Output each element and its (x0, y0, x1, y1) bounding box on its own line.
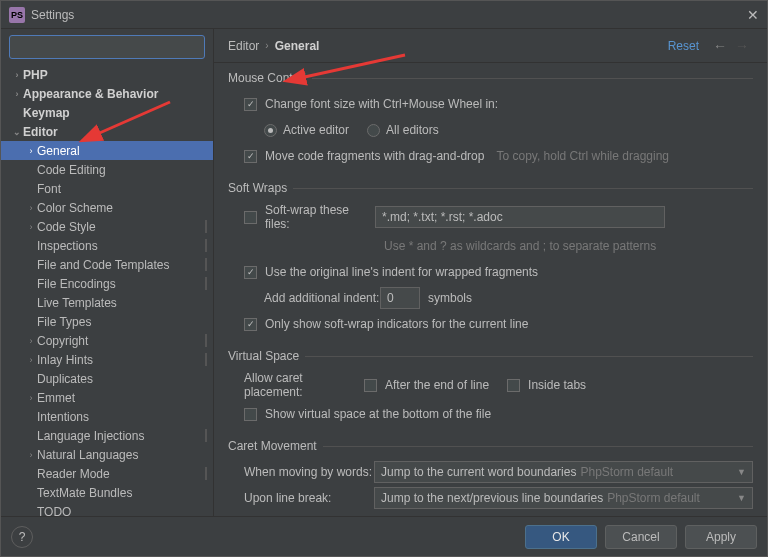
help-button[interactable]: ? (11, 526, 33, 548)
label-line-break: Upon line break: (244, 491, 374, 505)
sidebar-item-label: Inlay Hints (37, 353, 93, 367)
radio-all-editors[interactable] (367, 124, 380, 137)
checkbox-show-virtual-bottom[interactable] (244, 408, 257, 421)
app-icon: PS (9, 7, 25, 23)
sidebar-item-font[interactable]: Font (1, 179, 213, 198)
sidebar-item-duplicates[interactable]: Duplicates (1, 369, 213, 388)
tree-arrow-icon: › (25, 355, 37, 365)
crumb-root[interactable]: Editor (228, 39, 259, 53)
sidebar-item-appearance-behavior[interactable]: ›Appearance & Behavior (1, 84, 213, 103)
sidebar-item-label: Editor (23, 125, 58, 139)
sidebar-item-file-types[interactable]: File Types (1, 312, 213, 331)
search-input[interactable] (9, 35, 205, 59)
sidebar-item-label: TextMate Bundles (37, 486, 132, 500)
sidebar-item-intentions[interactable]: Intentions (1, 407, 213, 426)
sidebar-item-inspections[interactable]: Inspections (1, 236, 213, 255)
sidebar-item-general[interactable]: ›General (1, 141, 213, 160)
tree-arrow-icon: › (25, 393, 37, 403)
sidebar-item-color-scheme[interactable]: ›Color Scheme (1, 198, 213, 217)
tree-arrow-icon: › (25, 450, 37, 460)
sidebar-item-reader-mode[interactable]: Reader Mode (1, 464, 213, 483)
checkbox-after-eol[interactable] (364, 379, 377, 392)
sidebar-item-language-injections[interactable]: Language Injections (1, 426, 213, 445)
chevron-down-icon: ▼ (737, 467, 746, 477)
checkbox-soft-wrap-files[interactable] (244, 211, 257, 224)
checkbox-original-indent[interactable] (244, 266, 257, 279)
label-soft-wrap-files: Soft-wrap these files: (265, 203, 375, 231)
footer: ? OK Cancel Apply (1, 516, 767, 556)
checkbox-inside-tabs[interactable] (507, 379, 520, 392)
sidebar-item-code-editing[interactable]: Code Editing (1, 160, 213, 179)
titlebar: PS Settings ✕ (1, 1, 767, 29)
sidebar-item-editor[interactable]: ⌄Editor (1, 122, 213, 141)
project-scope-indicator (205, 353, 207, 366)
breadcrumb: Editor › General Reset ← → (214, 29, 767, 63)
sidebar-item-file-encodings[interactable]: File Encodings (1, 274, 213, 293)
apply-button[interactable]: Apply (685, 525, 757, 549)
crumb-leaf: General (275, 39, 320, 53)
forward-icon[interactable]: → (735, 38, 749, 54)
label-allow-caret: Allow caret placement: (244, 371, 364, 399)
chevron-right-icon: › (265, 40, 268, 51)
sidebar-item-label: Natural Languages (37, 448, 138, 462)
input-soft-wrap-patterns[interactable] (375, 206, 665, 228)
project-scope-indicator (205, 239, 207, 252)
sidebar-item-label: Duplicates (37, 372, 93, 386)
tree-arrow-icon: › (25, 203, 37, 213)
sidebar-item-live-templates[interactable]: Live Templates (1, 293, 213, 312)
sidebar-item-label: Font (37, 182, 61, 196)
checkbox-only-current-line[interactable] (244, 318, 257, 331)
sidebar-item-todo[interactable]: TODO (1, 502, 213, 516)
hint-wildcards: Use * and ? as wildcards and ; to separa… (384, 239, 656, 253)
sidebar-item-file-and-code-templates[interactable]: File and Code Templates (1, 255, 213, 274)
sidebar-item-label: Inspections (37, 239, 98, 253)
project-scope-indicator (205, 467, 207, 480)
sidebar-item-label: File and Code Templates (37, 258, 170, 272)
label-inside-tabs: Inside tabs (528, 378, 586, 392)
label-active-editor: Active editor (283, 123, 349, 137)
sidebar-item-label: Copyright (37, 334, 88, 348)
tree-arrow-icon: › (25, 336, 37, 346)
radio-active-editor[interactable] (264, 124, 277, 137)
checkbox-change-font-size[interactable] (244, 98, 257, 111)
sidebar-item-label: Color Scheme (37, 201, 113, 215)
tree-arrow-icon: › (25, 222, 37, 232)
ok-button[interactable]: OK (525, 525, 597, 549)
input-add-indent[interactable] (380, 287, 420, 309)
sidebar-item-label: File Types (37, 315, 91, 329)
sidebar-item-label: Keymap (23, 106, 70, 120)
label-only-current-line: Only show soft-wrap indicators for the c… (265, 317, 528, 331)
sidebar-item-keymap[interactable]: Keymap (1, 103, 213, 122)
back-icon[interactable]: ← (713, 38, 727, 54)
checkbox-move-fragments[interactable] (244, 150, 257, 163)
sidebar-item-natural-languages[interactable]: ›Natural Languages (1, 445, 213, 464)
sidebar-item-php[interactable]: ›PHP (1, 65, 213, 84)
label-after-eol: After the end of line (385, 378, 489, 392)
label-original-indent: Use the original line's indent for wrapp… (265, 265, 538, 279)
label-symbols: symbols (428, 291, 472, 305)
window-title: Settings (31, 8, 74, 22)
label-by-words: When moving by words: (244, 465, 374, 479)
tree-arrow-icon: › (11, 89, 23, 99)
reset-link[interactable]: Reset (668, 39, 699, 53)
sidebar-item-code-style[interactable]: ›Code Style (1, 217, 213, 236)
close-icon[interactable]: ✕ (747, 7, 759, 23)
sidebar-item-label: Code Style (37, 220, 96, 234)
sidebar-item-label: Reader Mode (37, 467, 110, 481)
label-add-indent: Add additional indent: (264, 291, 380, 305)
hint-move-fragments: To copy, hold Ctrl while dragging (496, 149, 669, 163)
sidebar-item-label: Live Templates (37, 296, 117, 310)
settings-tree[interactable]: ›PHP›Appearance & BehaviorKeymap⌄Editor›… (1, 65, 213, 516)
combo-line-break[interactable]: Jump to the next/previous line boundarie… (374, 487, 753, 509)
sidebar-item-inlay-hints[interactable]: ›Inlay Hints (1, 350, 213, 369)
sidebar-item-textmate-bundles[interactable]: TextMate Bundles (1, 483, 213, 502)
sidebar-item-label: File Encodings (37, 277, 116, 291)
sidebar-item-label: General (37, 144, 80, 158)
combo-by-words[interactable]: Jump to the current word boundaries PhpS… (374, 461, 753, 483)
section-soft-wraps: Soft Wraps (228, 181, 753, 195)
label-move-fragments: Move code fragments with drag-and-drop (265, 149, 484, 163)
sidebar-item-copyright[interactable]: ›Copyright (1, 331, 213, 350)
sidebar-item-emmet[interactable]: ›Emmet (1, 388, 213, 407)
chevron-down-icon: ▼ (737, 493, 746, 503)
cancel-button[interactable]: Cancel (605, 525, 677, 549)
